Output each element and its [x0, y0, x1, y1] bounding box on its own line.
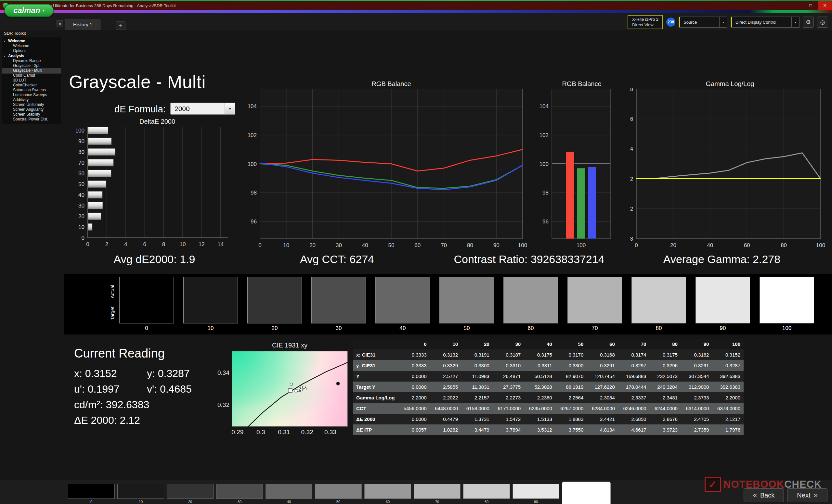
target-crosshair-button[interactable]: ◎ [817, 17, 828, 28]
svg-text:2: 2 [105, 241, 108, 248]
level-tab-50[interactable] [315, 484, 362, 499]
level-tab-60[interactable] [364, 484, 411, 499]
svg-text:70: 70 [441, 242, 447, 248]
table-cell: 0.3291 [587, 360, 618, 371]
level-tab-90[interactable] [513, 484, 559, 499]
level-tab-80[interactable] [463, 484, 510, 499]
sidebar-item-grayscale-multi[interactable]: Grayscale - Multi [2, 68, 61, 73]
strip-swatch-label-40: 40 [375, 325, 430, 332]
svg-text:30: 30 [78, 203, 84, 209]
close-button[interactable]: ✕ [818, 1, 832, 10]
sidebar-collapse-button[interactable]: ◀ [56, 20, 63, 27]
table-cell: 120.7454 [587, 371, 618, 382]
level-tab-70[interactable] [414, 484, 461, 499]
rgb-balance-bars-title: RGB Balance [540, 80, 624, 88]
sidebar-item-screen-uniformity[interactable]: Screen Uniformity [2, 102, 61, 107]
cie-chart-title: CIE 1931 xy [232, 342, 348, 349]
table-cell: 2.2273 [493, 392, 524, 403]
svg-text:50: 50 [388, 242, 394, 248]
cie-x-tick-0.32: 0.32 [297, 429, 317, 436]
sidebar-item-welcome[interactable]: Welcome [2, 44, 61, 48]
table-header-70: 70 [618, 339, 650, 349]
reading-e-2000: ΔE 2000: 2.12 [74, 413, 227, 428]
table-cell: 2.3337 [618, 392, 650, 403]
level-tab-10[interactable] [117, 484, 164, 499]
chevron-down-icon: ▾ [791, 17, 799, 27]
settings-gear-button[interactable]: ⚙ [803, 17, 814, 28]
table-cell: 0.3175 [649, 349, 681, 360]
table-cell: 2.2564 [555, 392, 587, 403]
tab-history-1[interactable]: History 1 [65, 19, 100, 30]
source-dropdown[interactable]: Source ▾ [679, 17, 727, 28]
sidebar-item-luminance-sweeps[interactable]: Luminance Sweeps [2, 92, 61, 97]
display-control-dropdown[interactable]: Direct Display Control ▾ [731, 17, 800, 28]
de-formula-dropdown[interactable]: 2000 ▾ [170, 103, 235, 115]
current-reading-panel: Current Reading x: 0.3152y: 0.3287u': 0.… [74, 346, 227, 428]
sidebar-item-screen-stability[interactable]: Screen Stability [2, 112, 61, 117]
reading-cd-m: cd/m²: 392.6383 [74, 397, 227, 413]
meter-mode: Direct View [632, 22, 658, 28]
table-cell: 307.3544 [681, 371, 712, 382]
table-cell: 1.3731 [461, 414, 493, 424]
sidebar-group-welcome[interactable]: ▾Welcome [2, 38, 61, 44]
level-tab-30[interactable] [216, 484, 263, 499]
table-header-50: 50 [555, 339, 587, 349]
strip-swatch-20 [247, 277, 302, 324]
table-row-label-e-2000: ΔE 2000 [353, 414, 398, 424]
expander-icon: ▾ [4, 39, 5, 44]
calman-logo-menu[interactable]: calman ▾ [4, 4, 54, 17]
table-cell: 6373.0000 [712, 403, 744, 414]
table-cell: 1.7976 [712, 424, 744, 435]
sidebar-item-dynamic-range[interactable]: Dynamic Range [2, 58, 61, 63]
strip-swatch-label-60: 60 [503, 325, 558, 332]
sidebar-item-color-gamut[interactable]: Color Gamut [2, 73, 61, 78]
table-header-20: 20 [461, 339, 493, 349]
maximize-button[interactable]: □ [803, 1, 818, 10]
table-cell: 0.0000 [398, 414, 430, 424]
svg-text:100: 100 [518, 242, 527, 248]
table-cell: 0.3168 [587, 349, 618, 360]
table-cell: 0.3310 [493, 360, 524, 371]
back-arrow-icon: « [753, 491, 757, 500]
level-tab-0[interactable] [68, 484, 115, 499]
sidebar-item-options[interactable]: Options [2, 48, 61, 53]
minimize-button[interactable]: – [789, 1, 803, 10]
back-button[interactable]: « Back [744, 488, 784, 502]
contrast-ratio-stat: Contrast Ratio: 392638337214 [454, 253, 604, 265]
sidebar-item-saturation-sweeps[interactable]: Saturation Sweeps [2, 88, 61, 92]
add-tab-button[interactable]: + [116, 22, 126, 30]
table-cell: 0.3297 [618, 360, 650, 371]
sidebar-item-grayscale-2pt[interactable]: Grayscale - 2pt [2, 63, 61, 68]
table-cell: 3.7894 [493, 424, 524, 435]
meter-selector[interactable]: X-Rite i1Pro 2 Direct View [628, 15, 663, 29]
table-cell: 2.4421 [587, 414, 618, 424]
svg-text:96: 96 [542, 219, 549, 225]
svg-text:20: 20 [670, 242, 676, 248]
sidebar-item-3d-lut[interactable]: 3D LUT [2, 78, 61, 83]
table-cell: 0.0000 [398, 382, 430, 392]
sidebar-item-screen-angularity[interactable]: Screen Angularity [2, 107, 61, 112]
table-cell: 0.3333 [398, 360, 430, 371]
level-tab-20[interactable] [167, 484, 213, 499]
table-cell: 1.8883 [555, 414, 587, 424]
meter-count-badge[interactable]: 238 [666, 18, 675, 27]
svg-text:10: 10 [78, 224, 84, 230]
sidebar-item-colorchecker[interactable]: ColorChecker [2, 83, 61, 88]
sidebar-group-analysis[interactable]: ▾Analysis [2, 53, 61, 58]
level-tab-40[interactable] [265, 484, 312, 499]
next-button[interactable]: Next » [787, 488, 828, 502]
svg-text:0: 0 [258, 242, 261, 248]
svg-text:20: 20 [78, 213, 84, 220]
table-cell: 3.7550 [555, 424, 587, 435]
sidebar-item-additivity[interactable]: Additivity [2, 97, 61, 102]
strip-swatch-60 [503, 277, 558, 324]
table-cell: 0.3296 [649, 360, 681, 371]
table-cell: 2.5855 [430, 382, 462, 392]
table-cell: 0.3311 [524, 360, 555, 371]
strip-swatch-10 [183, 277, 238, 324]
sidebar-item-spectral-power-dist[interactable]: Spectral Power Dist. [2, 117, 61, 122]
svg-text:0: 0 [86, 241, 89, 248]
level-tab-100[interactable] [562, 482, 611, 504]
table-cell: 4.6617 [618, 424, 650, 435]
table-cell: 2.8676 [649, 414, 681, 424]
